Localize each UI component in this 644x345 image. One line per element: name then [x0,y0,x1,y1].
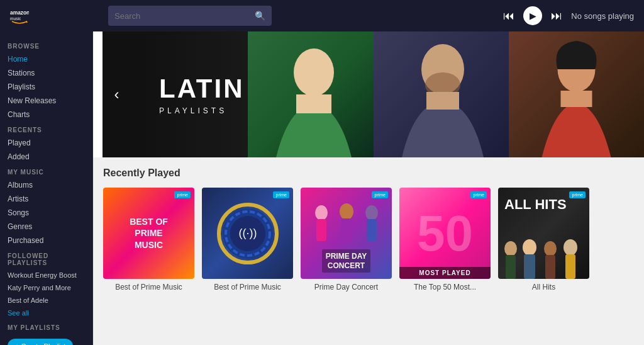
sidebar-item-genres[interactable]: Genres [0,220,92,234]
svg-marker-2 [26,21,28,23]
card-best-prime-2[interactable]: prime ((·)) Best of Prime Music [202,188,293,291]
card-label-prime-2: Best of Prime Music [202,283,293,291]
now-playing-text: No songs playing [571,11,634,21]
svg-text:music: music [10,16,21,21]
create-playlist-button[interactable]: + Create Playlist [8,339,73,345]
svg-text:((·)): ((·)) [238,227,257,239]
svg-rect-4 [296,94,331,113]
card-top50[interactable]: prime 50 MOST PLAYED The Top 50 Most... [399,188,491,291]
search-input[interactable] [114,11,255,21]
svg-point-27 [564,239,577,256]
my-music-section-title: MY MUSIC [0,164,92,178]
hero-prev-arrow[interactable]: ‹ [114,86,119,103]
hero-banner: ‹ LATIN PLAYLISTS [93,31,644,157]
browse-section-title: BROWSE [0,38,92,52]
hero-text: LATIN PLAYLISTS [140,74,264,115]
sidebar-item-see-all[interactable]: See all [0,307,92,319]
vinyl-award-icon: ((·)) [216,202,279,265]
prime-badge-top50: prime [470,191,487,198]
sidebar-item-played[interactable]: Played [0,136,92,150]
card-thumb-all-hits: prime ALL HITS [498,188,589,279]
svg-rect-28 [565,254,575,279]
card-thumb-concert: prime [301,188,392,279]
skip-back-button[interactable]: ⏮ [503,9,514,23]
svg-rect-20 [367,219,377,241]
svg-point-25 [544,241,557,256]
svg-point-19 [365,205,378,220]
main-layout: BROWSE Home Stations Playlists New Relea… [0,31,644,345]
top50-number: 50 [417,208,473,259]
best-prime-text: BEST OFPRIMEMUSIC [125,211,173,256]
concert-people [301,194,392,244]
svg-point-21 [504,241,517,256]
my-playlists-section-title: MY PLAYLISTS [0,319,92,334]
prime-badge-1: prime [174,191,191,198]
main-content: ‹ LATIN PLAYLISTS [93,31,644,345]
sidebar-item-charts[interactable]: Charts [0,108,92,122]
playback-controls: ⏮ ▶ ⏭ No songs playing [503,6,634,25]
concert-silhouettes [306,200,387,244]
sidebar-item-purchased[interactable]: Purchased [0,234,92,247]
svg-point-15 [315,205,328,220]
sidebar-item-katy[interactable]: Katy Perry and More [0,281,92,294]
prime-badge-hits: prime [569,191,586,198]
search-bar[interactable]: 🔍 [108,6,272,26]
sidebar-item-albums[interactable]: Albums [0,178,92,192]
cards-row: prime BEST OFPRIMEMUSIC Best of Prime Mu… [103,188,634,291]
sidebar-item-workout[interactable]: Workout Energy Boost [0,269,92,281]
svg-rect-16 [316,219,326,241]
recently-played-section: Recently Played prime BEST OFPRIMEMUSIC … [93,157,644,302]
card-label-all-hits: All Hits [498,283,589,291]
prime-badge-2: prime [273,191,289,198]
card-thumb-prime-1: prime BEST OFPRIMEMUSIC [103,188,194,279]
play-pause-button[interactable]: ▶ [523,6,542,25]
followed-section-title: FOLLOWED PLAYLISTS [0,247,92,269]
card-thumb-top50: prime 50 MOST PLAYED [399,188,491,279]
sidebar-item-artists[interactable]: Artists [0,192,92,206]
svg-text:amazon: amazon [10,9,29,16]
sidebar-item-adele[interactable]: Best of Adele [0,294,92,307]
hero-subtitle: PLAYLISTS [159,106,245,115]
sidebar-item-home[interactable]: Home [0,52,92,66]
artist-1-silhouette [248,31,380,157]
svg-point-17 [340,203,353,220]
artist-2 [374,31,512,157]
all-hits-people [498,235,589,279]
svg-rect-22 [506,255,516,279]
sidebar-item-added[interactable]: Added [0,150,92,164]
artist-3 [509,31,644,157]
card-all-hits[interactable]: prime ALL HITS [498,188,589,291]
hero-strip [93,31,103,157]
artist-3-silhouette [509,31,644,157]
sidebar-item-stations[interactable]: Stations [0,66,92,80]
card-prime-concert[interactable]: prime [301,188,392,291]
sidebar-item-playlists[interactable]: Playlists [0,80,92,94]
amazon-logo-icon: amazon music [10,6,29,25]
sidebar-item-songs[interactable]: Songs [0,206,92,220]
svg-rect-18 [341,218,352,242]
concert-title-text: PRIME DAYCONCERT [322,249,371,273]
sidebar: BROWSE Home Stations Playlists New Relea… [0,31,93,345]
hero-content: LATIN PLAYLISTS [140,31,644,157]
card-label-top50: The Top 50 Most... [399,283,491,291]
svg-rect-26 [545,255,555,279]
recently-played-title: Recently Played [103,167,634,179]
app-header: amazon music 🔍 ⏮ ▶ ⏭ No songs playing [0,0,644,31]
svg-point-23 [523,239,536,256]
svg-point-3 [294,48,334,96]
svg-rect-7 [426,92,459,110]
svg-rect-9 [561,91,592,107]
all-hits-text: ALL HITS [498,188,573,213]
svg-rect-24 [524,254,535,279]
card-label-prime-1: Best of Prime Music [103,283,194,291]
artist-2-silhouette [374,31,512,157]
logo-area: amazon music [10,6,98,25]
recents-section-title: RECENTS [0,122,92,136]
sidebar-item-new-releases[interactable]: New Releases [0,94,92,108]
most-played-label: MOST PLAYED [399,267,491,279]
card-best-prime-1[interactable]: prime BEST OFPRIMEMUSIC Best of Prime Mu… [103,188,194,291]
artist-1 [248,31,380,157]
skip-forward-button[interactable]: ⏭ [551,9,562,23]
hero-title: LATIN [159,74,245,104]
card-thumb-prime-2: prime ((·)) [202,188,293,279]
